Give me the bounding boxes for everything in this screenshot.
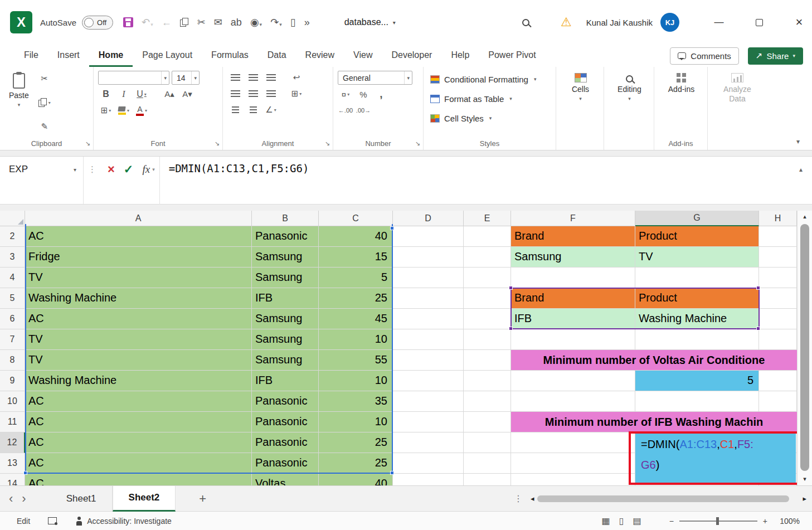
qat-overflow-button[interactable]: »: [304, 17, 310, 28]
tab-help[interactable]: Help: [441, 45, 479, 67]
cell-A14[interactable]: AC: [25, 474, 252, 485]
row-header-6[interactable]: 6: [0, 309, 25, 329]
decrease-indent-button[interactable]: [227, 103, 243, 116]
cell-E14[interactable]: [464, 474, 511, 485]
cancel-button[interactable]: ×: [108, 162, 115, 177]
cell-G5[interactable]: Product: [635, 288, 759, 309]
cell-C6[interactable]: 45: [319, 309, 393, 329]
cell-C7[interactable]: 10: [319, 329, 393, 350]
excel-logo-icon[interactable]: X: [10, 11, 32, 33]
font-color-button[interactable]: A▾: [134, 104, 149, 117]
cell-G7[interactable]: [635, 329, 759, 350]
cell-A10[interactable]: AC: [25, 391, 252, 412]
cell-C8[interactable]: 55: [319, 350, 393, 371]
tab-home[interactable]: Home: [89, 45, 133, 67]
cell-D12[interactable]: [393, 432, 464, 453]
copy-button-qat[interactable]: [180, 18, 189, 27]
tab-power-pivot[interactable]: Power Pivot: [479, 45, 545, 67]
tab-review[interactable]: Review: [296, 45, 344, 67]
record-macro-icon[interactable]: [48, 517, 57, 524]
cell-E4[interactable]: [464, 268, 511, 288]
column-header-D[interactable]: D: [393, 211, 464, 226]
cell-A6[interactable]: AC: [25, 309, 252, 329]
column-header-B[interactable]: B: [252, 211, 319, 226]
accounting-format-button[interactable]: ¤▾: [338, 87, 353, 101]
align-middle-button[interactable]: [245, 71, 261, 84]
spelling-button[interactable]: ab: [231, 17, 242, 28]
cell-C3[interactable]: 15: [319, 247, 393, 268]
redo-button[interactable]: ↷▾: [270, 16, 282, 28]
document-title-dropdown[interactable]: database... ▾: [344, 17, 396, 27]
cell-C2[interactable]: 40: [319, 226, 393, 247]
cell-A11[interactable]: AC: [25, 412, 252, 432]
cell-G8[interactable]: [635, 350, 759, 371]
cell-D6[interactable]: [393, 309, 464, 329]
cell-F5[interactable]: Brand: [511, 288, 635, 309]
normal-view-icon[interactable]: ▦: [602, 516, 610, 526]
row-header-7[interactable]: 7: [0, 329, 25, 350]
format-as-table-button[interactable]: Format as Table▾: [428, 90, 552, 107]
cell-H3[interactable]: [759, 247, 797, 268]
close-button[interactable]: ×: [786, 11, 812, 33]
cell-B14[interactable]: Voltas: [252, 474, 319, 485]
cell-A4[interactable]: TV: [25, 268, 252, 288]
cell-F11[interactable]: [511, 412, 635, 432]
row-header-3[interactable]: 3: [0, 247, 25, 268]
zoom-level[interactable]: 100%: [773, 517, 800, 526]
sheet-nav-left-icon[interactable]: ‹: [0, 492, 22, 506]
cell-H10[interactable]: [759, 391, 797, 412]
font-dialog-launcher-icon[interactable]: ↘: [215, 140, 220, 147]
conditional-formatting-button[interactable]: Conditional Formatting▾: [428, 71, 552, 87]
accessibility-status[interactable]: Accessibility: Investigate: [87, 517, 172, 526]
drag-handle-icon[interactable]: ⋮: [86, 164, 99, 174]
cell-H7[interactable]: [759, 329, 797, 350]
enter-button[interactable]: ✓: [124, 163, 134, 176]
cell-C5[interactable]: 25: [319, 288, 393, 309]
cell-F14[interactable]: [511, 474, 635, 485]
underline-button[interactable]: U▾: [134, 87, 149, 101]
cell-A5[interactable]: Washing Machine: [25, 288, 252, 309]
borders-button[interactable]: ⊞▾: [98, 104, 114, 117]
insert-function-button[interactable]: fx▾: [142, 163, 154, 176]
row-header-14[interactable]: 14: [0, 474, 25, 485]
column-header-E[interactable]: E: [464, 211, 511, 226]
cell-E7[interactable]: [464, 329, 511, 350]
row-header-13[interactable]: 13: [0, 453, 25, 474]
cell-B10[interactable]: Panasonic: [252, 391, 319, 412]
cell-B4[interactable]: Samsung: [252, 268, 319, 288]
collapse-formula-bar-icon[interactable]: ▴: [790, 157, 812, 182]
maximize-button[interactable]: [746, 11, 772, 33]
orientation-button[interactable]: ∠▾: [263, 103, 279, 116]
column-header-C[interactable]: C: [319, 211, 393, 226]
cell-D9[interactable]: [393, 371, 464, 391]
cell-A7[interactable]: TV: [25, 329, 252, 350]
column-header-H[interactable]: H: [759, 211, 797, 226]
cell-A8[interactable]: TV: [25, 350, 252, 371]
cell-A3[interactable]: Fridge: [25, 247, 252, 268]
row-header-4[interactable]: 4: [0, 268, 25, 288]
cell-B12[interactable]: Panasonic: [252, 432, 319, 453]
cell-H2[interactable]: [759, 226, 797, 247]
cell-E13[interactable]: [464, 453, 511, 474]
increase-decimal-button[interactable]: ←.00: [338, 104, 353, 117]
cell-G10[interactable]: [635, 391, 759, 412]
active-cell-formula[interactable]: =DMIN(A1:C13,C1,F5:G6): [635, 434, 796, 483]
cell-B11[interactable]: Panasonic: [252, 412, 319, 432]
cell-E5[interactable]: [464, 288, 511, 309]
cell-G3[interactable]: TV: [635, 247, 759, 268]
back-button[interactable]: ←: [162, 17, 172, 28]
cells-button[interactable]: Cells ▾: [567, 71, 594, 137]
merge-center-button[interactable]: ⊞▾: [289, 87, 304, 100]
cell-F12[interactable]: [511, 432, 635, 453]
cell-E10[interactable]: [464, 391, 511, 412]
cell-styles-button[interactable]: Cell Styles▾: [428, 110, 552, 127]
cell-C12[interactable]: 25: [319, 432, 393, 453]
new-sheet-button[interactable]: +: [199, 492, 206, 506]
align-right-button[interactable]: [263, 87, 279, 100]
font-size-select[interactable]: 14▾: [172, 71, 200, 85]
zoom-out-icon[interactable]: −: [669, 517, 674, 526]
cell-H8[interactable]: [759, 350, 797, 371]
cell-C11[interactable]: 10: [319, 412, 393, 432]
cell-F3[interactable]: Samsung: [511, 247, 635, 268]
scroll-down-icon[interactable]: ▾: [798, 473, 812, 484]
